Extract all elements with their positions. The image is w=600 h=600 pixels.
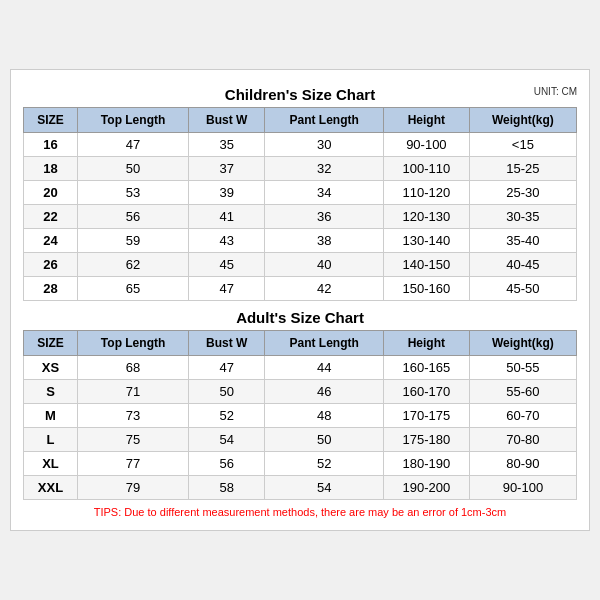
- col-header-weight-a: Weight(kg): [469, 331, 576, 356]
- children-cell: 130-140: [383, 229, 469, 253]
- adults-cell: 50: [189, 380, 265, 404]
- adults-cell: 70-80: [469, 428, 576, 452]
- children-cell: 38: [265, 229, 384, 253]
- children-cell: 37: [189, 157, 265, 181]
- adults-cell: 56: [189, 452, 265, 476]
- children-cell: 32: [265, 157, 384, 181]
- children-row: 18503732100-11015-25: [24, 157, 577, 181]
- adults-cell: 160-170: [383, 380, 469, 404]
- adults-title: Adult's Size Chart: [23, 301, 577, 330]
- children-cell: 50: [78, 157, 189, 181]
- adults-row: L755450175-18070-80: [24, 428, 577, 452]
- children-cell: 120-130: [383, 205, 469, 229]
- adults-cell: 77: [78, 452, 189, 476]
- adults-row: XXL795854190-20090-100: [24, 476, 577, 500]
- adults-cell: 55-60: [469, 380, 576, 404]
- col-header-pant-a: Pant Length: [265, 331, 384, 356]
- children-cell: 150-160: [383, 277, 469, 301]
- children-cell: 53: [78, 181, 189, 205]
- children-cell: 22: [24, 205, 78, 229]
- adults-cell: XXL: [24, 476, 78, 500]
- children-cell: 56: [78, 205, 189, 229]
- children-cell: 25-30: [469, 181, 576, 205]
- adults-cell: 46: [265, 380, 384, 404]
- col-header-top-length-c: Top Length: [78, 108, 189, 133]
- children-cell: 45: [189, 253, 265, 277]
- col-header-pant-c: Pant Length: [265, 108, 384, 133]
- adults-cell: 170-175: [383, 404, 469, 428]
- children-row: 26624540140-15040-45: [24, 253, 577, 277]
- col-header-weight-c: Weight(kg): [469, 108, 576, 133]
- adults-row: S715046160-17055-60: [24, 380, 577, 404]
- children-cell: 39: [189, 181, 265, 205]
- children-cell: 28: [24, 277, 78, 301]
- children-header-row: SIZE Top Length Bust W Pant Length Heigh…: [24, 108, 577, 133]
- adults-cell: 180-190: [383, 452, 469, 476]
- adults-row: M735248170-17560-70: [24, 404, 577, 428]
- col-header-size-a: SIZE: [24, 331, 78, 356]
- children-cell: 47: [189, 277, 265, 301]
- children-cell: 59: [78, 229, 189, 253]
- adults-cell: 60-70: [469, 404, 576, 428]
- children-cell: 90-100: [383, 133, 469, 157]
- children-cell: 30-35: [469, 205, 576, 229]
- adults-cell: XS: [24, 356, 78, 380]
- children-cell: 40-45: [469, 253, 576, 277]
- adults-row: XS684744160-16550-55: [24, 356, 577, 380]
- children-cell: 30: [265, 133, 384, 157]
- adults-cell: 54: [189, 428, 265, 452]
- children-cell: 18: [24, 157, 78, 181]
- adults-cell: 52: [189, 404, 265, 428]
- children-cell: <15: [469, 133, 576, 157]
- adults-cell: 50-55: [469, 356, 576, 380]
- children-row: 28654742150-16045-50: [24, 277, 577, 301]
- tips-text: TIPS: Due to different measurement metho…: [23, 500, 577, 520]
- chart-container: Children's Size Chart UNIT: CM SIZE Top …: [10, 69, 590, 531]
- adults-cell: 68: [78, 356, 189, 380]
- adults-tbody: XS684744160-16550-55S715046160-17055-60M…: [24, 356, 577, 500]
- adults-cell: M: [24, 404, 78, 428]
- children-cell: 65: [78, 277, 189, 301]
- adults-cell: 80-90: [469, 452, 576, 476]
- children-cell: 43: [189, 229, 265, 253]
- children-cell: 42: [265, 277, 384, 301]
- children-cell: 20: [24, 181, 78, 205]
- col-header-size-c: SIZE: [24, 108, 78, 133]
- adults-cell: 160-165: [383, 356, 469, 380]
- children-cell: 41: [189, 205, 265, 229]
- children-cell: 62: [78, 253, 189, 277]
- col-header-height-a: Height: [383, 331, 469, 356]
- children-cell: 16: [24, 133, 78, 157]
- children-unit: UNIT: CM: [534, 86, 577, 97]
- children-cell: 26: [24, 253, 78, 277]
- adults-row: XL775652180-19080-90: [24, 452, 577, 476]
- children-cell: 47: [78, 133, 189, 157]
- adults-cell: L: [24, 428, 78, 452]
- children-table: SIZE Top Length Bust W Pant Length Heigh…: [23, 107, 577, 301]
- adults-cell: 190-200: [383, 476, 469, 500]
- adults-cell: 44: [265, 356, 384, 380]
- children-cell: 24: [24, 229, 78, 253]
- adults-header-row: SIZE Top Length Bust W Pant Length Heigh…: [24, 331, 577, 356]
- children-title-text: Children's Size Chart: [225, 86, 375, 103]
- col-header-bust-c: Bust W: [189, 108, 265, 133]
- children-cell: 45-50: [469, 277, 576, 301]
- children-thead: SIZE Top Length Bust W Pant Length Heigh…: [24, 108, 577, 133]
- adults-cell: 50: [265, 428, 384, 452]
- adults-cell: 52: [265, 452, 384, 476]
- children-cell: 110-120: [383, 181, 469, 205]
- col-header-bust-a: Bust W: [189, 331, 265, 356]
- adults-cell: 54: [265, 476, 384, 500]
- adults-cell: 79: [78, 476, 189, 500]
- adults-cell: XL: [24, 452, 78, 476]
- children-cell: 40: [265, 253, 384, 277]
- children-cell: 36: [265, 205, 384, 229]
- children-row: 22564136120-13030-35: [24, 205, 577, 229]
- adults-title-text: Adult's Size Chart: [236, 309, 364, 326]
- children-cell: 34: [265, 181, 384, 205]
- children-cell: 15-25: [469, 157, 576, 181]
- children-cell: 100-110: [383, 157, 469, 181]
- children-cell: 140-150: [383, 253, 469, 277]
- children-title: Children's Size Chart UNIT: CM: [23, 80, 577, 107]
- col-header-top-length-a: Top Length: [78, 331, 189, 356]
